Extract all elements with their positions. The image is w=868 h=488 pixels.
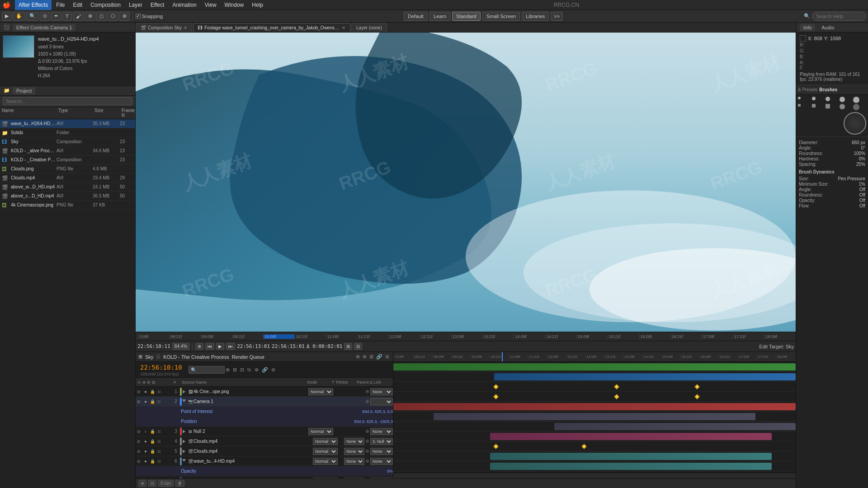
camera-tool[interactable]: ⊙ [40,12,50,21]
workspace-more[interactable]: >> [551,12,563,21]
project-item[interactable]: 🖼 Clouds.png PNG file 4.8 MB [0,164,135,174]
expand-triangle[interactable] [183,390,185,394]
layer-parent-select[interactable] [370,398,393,405]
tl-keyframe[interactable] [694,384,699,389]
layer-row[interactable]: ⊙ ● 🔒 ⊞ 7 🎬 wave_tu...4-HD.mp4 Normal No… [136,476,393,478]
expand-triangle[interactable] [183,440,185,443]
brush-dot-4[interactable] [840,97,845,102]
layer-row[interactable]: ⊙ ● 🔒 ⊞ 5 🎬 Clouds.mp4 Normal None ⊕ Non… [136,446,393,456]
snapping-checkbox[interactable]: ✓ [136,14,141,19]
collapse-switch[interactable]: ⊞ [156,438,162,445]
expand-triangle[interactable] [182,459,186,464]
hardness-value[interactable]: 0% [859,156,865,161]
project-item[interactable]: 🎬 wave_tu...H264-HD.mp4 AVI 35.3 MB 23 [0,119,135,128]
audio-tab[interactable]: Audio [818,24,838,31]
workspace-libraries[interactable]: Libraries [522,12,549,21]
col-size-header[interactable]: Size [94,108,122,118]
timeline-comp-tab[interactable]: Sky [145,354,153,360]
brush-tool[interactable]: 🖌 [73,12,84,21]
workspace-learn[interactable]: Learn [429,12,450,21]
brush-dot-8[interactable] [826,104,830,108]
layer-mode-select[interactable]: Normal [308,428,333,435]
opacity-value[interactable]: 0% [387,469,393,474]
tl-tool-2[interactable]: ⊞ [232,366,238,374]
collapse-switch[interactable]: ⊞ [156,478,162,479]
info-tab[interactable]: Info [800,24,815,31]
brush-dot-7[interactable] [812,104,816,108]
collapse-switch[interactable]: ⊞ [156,428,162,435]
dyn-opacity-value[interactable]: Off [859,198,865,203]
color-swatch[interactable] [800,35,806,42]
tl-clip[interactable] [494,373,796,380]
menu-window[interactable]: Window [221,0,248,10]
tab-footage[interactable]: 🎞 Footage wave_tunnel_crashing_over_came… [193,23,350,32]
tl-keyframe[interactable] [614,384,619,389]
clone-tool[interactable]: ⊕ [85,12,95,21]
brush-dot-2[interactable] [812,97,816,100]
menu-view[interactable]: View [201,0,220,10]
tl-clip[interactable] [554,423,796,430]
col-type-header[interactable]: Type [58,108,94,118]
tl-keyframe[interactable] [493,444,498,449]
solo-switch[interactable]: ⊙ [136,448,142,455]
expand-triangle[interactable] [183,430,185,433]
layer-parent-select[interactable]: None [370,448,393,455]
project-item[interactable]: 📁 Solids Folder [0,128,135,137]
layer-mode-select[interactable]: Normal [313,478,338,479]
layer-tmat-select[interactable]: None [344,448,364,455]
brush-dot-10[interactable] [853,104,859,110]
col-fr-header[interactable]: Frame R [122,108,135,118]
layer-mode-select[interactable]: Normal [308,388,333,395]
project-item[interactable]: 🎬 above_w...D_HD.mp4 AVI 24.1 MB 50 [0,183,135,192]
dyn-flow-value[interactable]: Off [859,203,865,208]
vis-switch[interactable]: ● [142,448,149,455]
layer-parent-select[interactable]: None [370,478,393,479]
eraser-tool[interactable]: ◻ [96,12,107,21]
dyn-angle-value[interactable]: Off [859,187,865,192]
project-item[interactable]: 🎬 above_c...D_HD.mp4 AVI 36.5 MB 50 [0,192,135,201]
brush-dot-1[interactable] [798,97,801,99]
tl-tool-5[interactable]: ⊗ [254,366,259,374]
layer-mode-select[interactable]: Normal [313,448,338,455]
vis-switch[interactable]: ● [142,438,149,445]
brush-dot-3[interactable] [826,97,830,101]
menu-composition[interactable]: Composition [87,0,124,10]
tl-clip[interactable] [434,413,755,420]
dyn-roundness-value[interactable]: Off [859,192,865,197]
dyn-size-value[interactable]: Pen Pressure [838,176,865,181]
angle-value[interactable]: 0° [861,145,865,150]
layer-expand[interactable] [183,459,187,464]
layer-expand[interactable] [183,440,187,443]
brush-dot-6[interactable] [798,104,801,107]
dyn-minsize-value[interactable]: 1% [859,182,865,187]
apple-icon[interactable]: 🍎 [3,1,10,9]
layer-expand[interactable] [183,430,187,433]
solo-switch[interactable]: ⊙ [136,428,142,435]
workspace-small[interactable]: Small Screen [482,12,520,21]
tl-btn-3[interactable]: ⊞ [368,353,374,361]
menu-animation[interactable]: Animation [169,0,200,10]
tl-btn-5[interactable]: ⊛ [384,353,390,361]
menu-layer[interactable]: Layer [125,0,146,10]
layer-expand[interactable] [183,399,187,404]
tl-keyframe[interactable] [493,394,498,399]
lock-switch[interactable]: 🔒 [149,458,156,465]
layer-mode-select[interactable]: Normal [313,458,338,465]
hand-tool[interactable]: ✋ [13,12,25,21]
project-item[interactable]: 🎞 KOLD - _Creative Process Composition 2… [0,155,135,164]
zoom-tool[interactable]: 🔍 [26,12,39,21]
tl-keyframe[interactable] [694,394,699,399]
tl-btn-2[interactable]: ⊗ [362,353,368,361]
col-name-header[interactable]: Name [0,108,58,118]
vis-switch[interactable]: ● [142,389,149,395]
expand-triangle[interactable] [182,399,186,404]
layer-row[interactable]: ⊙ ● 🔒 ⊞ 1 🖼 4k Cine...ope.png Normal ⊕ N… [136,387,393,397]
tl-scroll[interactable] [393,473,796,478]
sub-layer-value[interactable]: 834.5, 625.3, -1925.3 [354,419,393,424]
menu-after-effects[interactable]: After Effects [15,0,52,10]
vis-switch[interactable]: ● [142,458,149,465]
tl-btn-1[interactable]: ⊕ [355,353,361,361]
lock-switch[interactable]: 🔒 [149,478,156,479]
layer-tmat-select[interactable]: None [344,438,364,445]
roto-tool[interactable]: ⬡ [108,12,118,21]
